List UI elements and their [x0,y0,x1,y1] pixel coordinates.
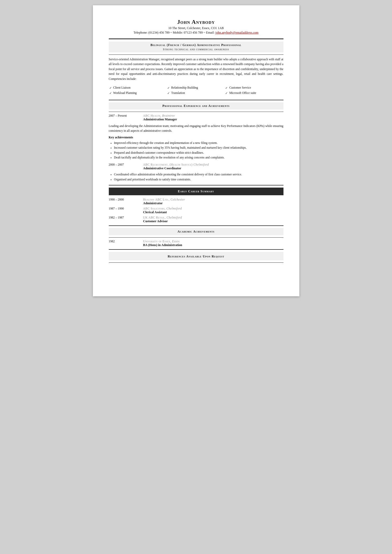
competency-label: Relationship Building [171,86,198,89]
ec-company-location-3: Chelmsford [166,216,182,219]
references-top-divider [109,249,283,250]
job-row-1: 2007 – Present ABC Health, Braintree Adm… [109,114,283,121]
job-date-2: 2000 – 2007 [109,163,143,170]
early-career-company-1: Healthy ABC Ltd., Colchester [143,198,283,201]
job-title-1: Administration Manager [143,117,283,121]
competency-label: Translation [171,91,185,94]
check-icon-3: ✓ [225,86,228,90]
competency-label: Customer Service [229,86,251,89]
job-description-1: Leading and developing the Administratio… [109,124,283,133]
early-career-title-1: Administrator [143,201,283,205]
tagline-divider [109,55,283,55]
academic-row-1: 1982 University of Essex, Essex BA (Hons… [109,240,283,247]
job-row-2: 2000 – 2007 ABC Recruitment, (Health Ser… [109,163,283,170]
bullet-item: Prepared and distributed customer corres… [114,150,283,155]
header-contact: Telephone: (01234) 456 789 ~ Mobile: 071… [109,31,283,35]
professional-title: Professional Experience and Achievements [109,104,283,108]
header: John Anybody 10 The Street, Colchester, … [109,19,283,35]
check-icon-4: ✓ [109,92,112,95]
summary-text: Service-oriented Administration Manager,… [109,57,283,81]
company-name-1: ABC Health, [143,114,161,117]
acad-company-location-1: Essex [172,240,180,243]
tagline-banner: Bilingual (French / German) Administrati… [109,42,283,52]
academic-company-1: University of Essex, Essex [143,240,283,243]
early-career-title: Early Career Summary [109,189,283,193]
resume-page: John Anybody 10 The Street, Colchester, … [93,5,299,296]
header-address: 10 The Street, Colchester, Essex, CO1 1A… [109,26,283,30]
early-career-date-3: 1982 – 1987 [109,216,143,223]
early-career-banner: Early Career Summary [109,188,283,195]
check-icon-5: ✓ [167,92,170,95]
company-location-1: Braintree [162,114,175,117]
early-career-top-divider [109,185,283,185]
competency-col3-row1: ✓ Customer Service [225,85,283,90]
references-text: References Available Upon Request [168,255,224,258]
academic-date-1: 1982 [109,240,143,247]
academic-degree-1: BA (Hons) in Administration [143,243,283,247]
early-career-title-2: Clerical Assistant [143,210,283,214]
job-company-2: ABC Recruitment, (Health Service) Chelms… [143,163,283,166]
check-icon-2: ✓ [167,86,170,90]
early-career-row-3: 1982 – 1987 UK ABC Retail, Chelmsford Cu… [109,216,283,223]
company-name-2: ABC Recruitment, (Health Service) [143,163,193,166]
job-bullets-2: Coordinated office administration while … [114,172,283,182]
exp-bottom-divider [109,112,283,112]
email-link[interactable]: john.anybody@emailaddress.com [215,31,259,34]
check-icon-1: ✓ [109,86,112,90]
early-career-company-2: ABC Solicitors, Chelmsford [143,207,283,210]
academic-content-1: University of Essex, Essex BA (Hons) in … [143,240,283,247]
early-career-content-1: Healthy ABC Ltd., Colchester Administrat… [143,198,283,205]
competency-col3-row2: ✓ Microsoft Office suite [225,91,283,96]
competency-col2-row1: ✓ Relationship Building [167,85,225,90]
early-career-content-3: UK ABC Retail, Chelmsford Customer Advis… [143,216,283,223]
early-career-row-1: 1990 – 2000 Healthy ABC Ltd., Colchester… [109,198,283,205]
competency-col2-row2: ✓ Translation [167,91,225,96]
job-date-1: 2007 – Present [109,114,143,121]
bullet-item: Increased customer satisfaction rating b… [114,145,283,150]
job-content-2: ABC Recruitment, (Health Service) Chelms… [143,163,283,170]
ec-company-location-2: Chelmsford [166,207,182,210]
tagline-line2: Strong technical and commercial awarenes… [109,48,283,51]
job-title-2: Administrative Coordinator [143,166,283,170]
bullet-item: Improved efficiency through the creation… [114,140,283,145]
references-bottom-divider [109,262,283,263]
ec-company-name-2: ABC Solicitors, [143,207,166,210]
academic-title: Academic Achievements [109,230,283,234]
early-career-date-2: 1987 – 1990 [109,207,143,214]
job-bullets-1: Improved efficiency through the creation… [114,140,283,160]
ec-company-location-1: Colchester [170,198,185,201]
company-location-2: Chelmsford [193,163,209,166]
key-achievements-heading: Key achievements [109,135,283,139]
competency-label: Workload Planning [113,91,137,94]
ec-company-name-1: Healthy ABC Ltd., [143,198,170,201]
acad-company-name-1: University of Essex, [143,240,171,243]
competency-label: Client Liaison [113,86,130,89]
professional-banner: Professional Experience and Achievements [109,102,283,110]
check-icon-6: ✓ [225,92,228,95]
job-content-1: ABC Health, Braintree Administration Man… [143,114,283,121]
bullet-item: Coordinated office administration while … [114,172,283,177]
references-banner: References Available Upon Request [109,252,283,260]
competency-col1-row2: ✓ Workload Planning [109,91,167,96]
early-career-company-3: UK ABC Retail, Chelmsford [143,216,283,219]
bullet-item: Dealt tactfully and diplomatically in th… [114,155,283,160]
exp-top-divider [109,100,283,100]
tagline-line1: Bilingual (French / German) Administrati… [109,43,283,47]
bullet-item: Organised and prioritised workloads to s… [114,177,283,182]
header-divider [109,38,283,39]
competencies-table: ✓ Client Liaison ✓ Relationship Building… [109,85,283,96]
competency-col1-row1: ✓ Client Liaison [109,85,167,90]
competency-label: Microsoft Office suite [229,91,256,94]
early-career-content-2: ABC Solicitors, Chelmsford Clerical Assi… [143,207,283,214]
academic-bottom-divider [109,237,283,238]
header-name: John Anybody [109,19,283,25]
early-career-date-1: 1990 – 2000 [109,198,143,205]
academic-banner: Academic Achievements [109,228,283,235]
ec-company-name-3: UK ABC Retail, [143,216,166,219]
early-career-title-3: Customer Advisor [143,219,283,223]
early-career-row-2: 1987 – 1990 ABC Solicitors, Chelmsford C… [109,207,283,214]
job-company-1: ABC Health, Braintree [143,114,283,117]
academic-top-divider [109,225,283,226]
